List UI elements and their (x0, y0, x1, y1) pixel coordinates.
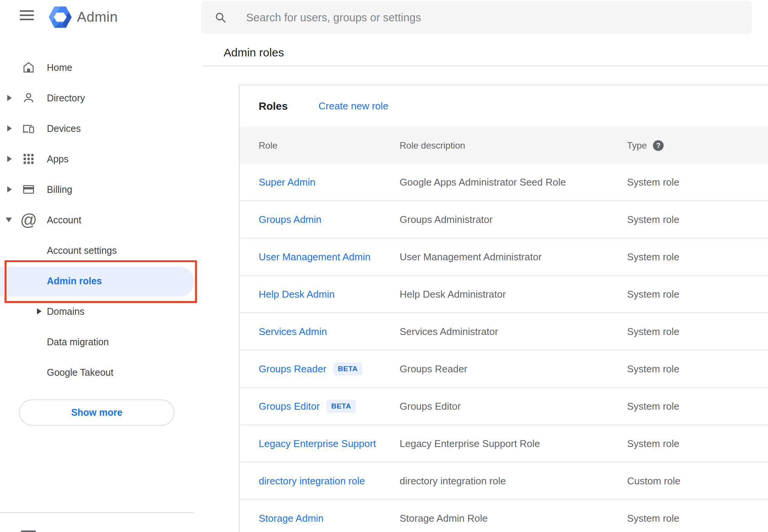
role-description: Help Desk Administrator (400, 288, 627, 300)
sidebar-item-apps[interactable]: Apps (0, 148, 194, 170)
devices-icon (22, 122, 35, 135)
clipped-bottom-icon (21, 530, 36, 532)
search-input[interactable] (246, 1, 734, 34)
role-type: System role (627, 288, 768, 300)
create-new-role-link[interactable]: Create new role (318, 85, 389, 127)
table-row: Services Admin Services Administrator Sy… (240, 313, 768, 351)
role-link[interactable]: directory integration role (259, 475, 365, 487)
person-icon (22, 91, 35, 104)
role-link[interactable]: Super Admin (259, 176, 315, 188)
column-header-type: Type ? (627, 140, 768, 151)
role-description: Groups Administrator (400, 214, 627, 226)
role-link[interactable]: Services Admin (259, 326, 327, 338)
expand-caret-icon (7, 125, 12, 131)
roles-card-header: Roles Create new role (240, 85, 768, 127)
google-admin-logo: Admin (49, 6, 118, 28)
sidebar-item-home[interactable]: Home (0, 56, 194, 79)
sidebar-item-billing[interactable]: Billing (0, 178, 194, 200)
role-description: Groups Reader (400, 363, 627, 375)
role-link[interactable]: Groups Admin (259, 214, 322, 226)
help-icon[interactable]: ? (653, 140, 664, 151)
roles-heading: Roles (259, 85, 288, 127)
role-type: System role (627, 326, 768, 338)
credit-card-icon (22, 183, 35, 196)
sidebar-item-label: Devices (47, 123, 81, 134)
page-title: Admin roles (224, 46, 284, 59)
sidebar-item-account-settings[interactable]: Account settings (0, 239, 194, 261)
sidebar-item-devices[interactable]: Devices (0, 117, 194, 139)
admin-hexagon-icon (49, 6, 72, 28)
menu-icon[interactable] (20, 10, 34, 20)
sidebar-item-domains[interactable]: Domains (0, 300, 194, 322)
sidebar-item-directory[interactable]: Directory (0, 87, 194, 109)
table-row: Groups Admin Groups Administrator System… (240, 201, 768, 239)
roles-card: Roles Create new role Role Role descript… (239, 85, 768, 532)
search-bar[interactable] (201, 1, 752, 34)
table-row: directory integration role directory int… (240, 463, 768, 500)
sidebar-item-google-takeout[interactable]: Google Takeout (0, 361, 194, 383)
expand-caret-icon (7, 186, 12, 192)
beta-badge: BETA (326, 400, 355, 413)
role-description: Storage Admin Role (400, 513, 627, 524)
role-type: System role (627, 401, 768, 412)
role-description: Services Administrator (400, 326, 627, 338)
role-description: Groups Editor (400, 401, 627, 412)
role-type: System role (627, 513, 768, 524)
sidebar-item-label: Google Takeout (47, 367, 114, 378)
column-header-description: Role description (400, 140, 627, 151)
sidebar-item-account[interactable]: @ Account (0, 209, 194, 231)
expand-caret-icon (37, 308, 42, 314)
table-row: Groups Editor BETA Groups Editor System … (240, 388, 768, 425)
sidebar-item-label: Directory (47, 93, 85, 104)
role-link[interactable]: Help Desk Admin (259, 288, 334, 300)
role-link[interactable]: Groups Editor (259, 401, 320, 412)
role-description: Google Apps Administrator Seed Role (400, 176, 627, 188)
home-icon (22, 61, 35, 74)
sidebar-item-admin-roles[interactable]: Admin roles (0, 270, 194, 292)
sidebar-divider (0, 512, 194, 513)
role-type: System role (627, 176, 768, 188)
show-more-label: Show more (71, 407, 123, 418)
table-header-row: Role Role description Type ? (240, 127, 768, 164)
table-row: User Management Admin User Management Ad… (240, 239, 768, 276)
role-type: System role (627, 363, 768, 375)
search-icon (214, 11, 227, 25)
role-description: User Management Administrator (400, 251, 627, 263)
sidebar-item-label: Apps (47, 154, 69, 165)
table-row: Groups Reader BETA Groups Reader System … (240, 351, 768, 388)
role-type: System role (627, 251, 768, 263)
column-header-type-label: Type (627, 140, 647, 151)
show-more-button[interactable]: Show more (19, 399, 174, 426)
sidebar-item-label: Billing (47, 184, 72, 195)
role-type: System role (627, 438, 768, 450)
expand-caret-icon (7, 95, 12, 101)
header-divider (203, 66, 768, 66)
at-sign-icon: @ (22, 213, 35, 226)
role-type: Custom role (627, 475, 768, 487)
role-link[interactable]: Groups Reader (259, 363, 326, 375)
admin-console: Admin Home Directory (0, 0, 768, 532)
expand-caret-icon (7, 156, 12, 162)
sidebar-item-label: Home (47, 62, 72, 73)
column-header-role: Role (259, 140, 400, 151)
sidebar-item-label: Domains (47, 306, 85, 317)
role-link[interactable]: User Management Admin (259, 251, 370, 263)
table-row: Legacy Enterprise Support Legacy Enterpr… (240, 425, 768, 463)
role-link[interactable]: Legacy Enterprise Support (259, 438, 376, 450)
table-row: Super Admin Google Apps Administrator Se… (240, 164, 768, 201)
role-description: Legacy Enterprise Support Role (400, 438, 627, 450)
sidebar-item-label: Data migration (47, 337, 109, 348)
role-description: directory integration role (400, 475, 627, 487)
table-row: Storage Admin Storage Admin Role System … (240, 500, 768, 532)
role-type: System role (627, 214, 768, 226)
collapse-caret-icon (6, 218, 12, 222)
logo-text: Admin (77, 9, 118, 25)
table-row: Help Desk Admin Help Desk Administrator … (240, 276, 768, 313)
sidebar-item-label: Account (47, 215, 81, 226)
beta-badge: BETA (333, 362, 362, 375)
sidebar-item-label: Admin roles (47, 276, 102, 287)
sidebar-item-data-migration[interactable]: Data migration (0, 331, 194, 353)
sidebar-item-label: Account settings (47, 245, 117, 256)
role-link[interactable]: Storage Admin (259, 513, 324, 524)
apps-grid-icon (22, 152, 35, 165)
